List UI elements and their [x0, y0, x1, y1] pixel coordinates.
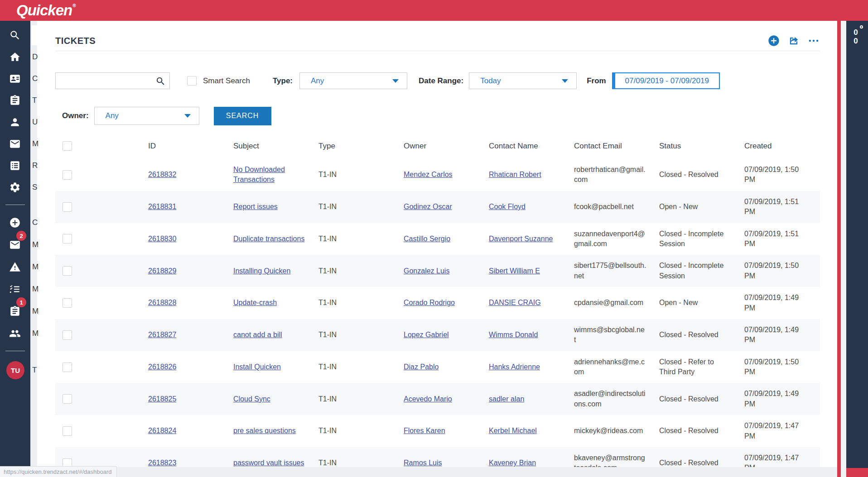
sidebar-item-home[interactable]: D	[0, 46, 30, 68]
sidebar-item-label: M	[32, 139, 39, 148]
table-row: 2618832No Downloaded TransactionsT1-INMe…	[55, 159, 820, 191]
contact-name-link[interactable]: Kaveney Brian	[489, 459, 536, 467]
ellipsis-icon[interactable]	[807, 34, 820, 47]
sidebar-item-label: U	[32, 118, 38, 127]
created-timestamp: 07/09/2019, 1:47 PM	[744, 422, 799, 439]
table-header-row: IDSubjectTypeOwnerContact NameContact Em…	[55, 137, 820, 159]
owner-link[interactable]: Acevedo Mario	[404, 395, 452, 403]
sidebar-item-label: C	[32, 74, 38, 83]
ticket-id-link[interactable]: 2618831	[148, 203, 176, 210]
sidebar-item-user[interactable]: U	[0, 111, 30, 133]
sidebar-item-report-list[interactable]: R	[0, 155, 30, 176]
filter-bar-2: Owner: Any SEARCH	[55, 107, 820, 125]
contact-email: sibert1775@bellsouth.net	[574, 262, 646, 279]
ticket-subject-link[interactable]: Duplicate transactions	[233, 235, 304, 243]
owner-link[interactable]: Diaz Pablo	[404, 363, 439, 371]
avatar[interactable]: TU	[6, 361, 24, 379]
row-checkbox[interactable]	[63, 426, 72, 436]
sidebar-item-group[interactable]: M	[0, 322, 30, 344]
ticket-subject-link[interactable]: canot add a bill	[233, 331, 282, 339]
owner-link[interactable]: Gonzalez Luis	[404, 267, 449, 275]
date-range-select[interactable]: Today	[469, 72, 577, 89]
row-checkbox[interactable]	[63, 363, 72, 372]
row-checkbox[interactable]	[63, 202, 72, 212]
owner-link[interactable]: Castillo Sergio	[404, 235, 450, 243]
ticket-subject-link[interactable]: Update-crash	[233, 299, 277, 306]
ticket-subject-link[interactable]: pre sales questions	[233, 427, 296, 434]
owner-select[interactable]: Any	[94, 107, 199, 125]
contact-name-link[interactable]: Davenport Suzanne	[489, 235, 553, 243]
smart-search-checkbox[interactable]	[187, 76, 197, 86]
search-icon[interactable]	[155, 76, 166, 86]
ticket-id-link[interactable]: 2618827	[148, 331, 176, 339]
ticket-subject-link[interactable]: Report issues	[233, 203, 278, 210]
select-all-checkbox[interactable]	[63, 141, 72, 151]
plus-circle-icon[interactable]	[767, 34, 780, 47]
scrollbar-track[interactable]	[841, 21, 846, 477]
sidebar-item-label: M	[32, 240, 39, 249]
owner-link[interactable]: Ramos Luis	[404, 459, 442, 467]
ticket-subject-link[interactable]: Install Quicken	[233, 363, 281, 371]
ticket-id-link[interactable]: 2618828	[148, 299, 176, 306]
owner-link[interactable]: Mendez Carlos	[404, 171, 453, 178]
table-row: 2618831Report issuesT1-INGodinez OscarCo…	[55, 191, 820, 223]
sidebar-item-contact-card[interactable]: C	[0, 68, 30, 90]
sidebar-item-warning[interactable]: M	[0, 256, 30, 278]
ticket-status: Closed - Refer to Third Party	[659, 358, 714, 376]
ticket-id-link[interactable]: 2618824	[148, 427, 176, 434]
owner-link[interactable]: Flores Karen	[404, 427, 445, 434]
contact-name-link[interactable]: Cook Floyd	[489, 203, 526, 210]
owner-link[interactable]: Lopez Gabriel	[404, 331, 449, 339]
row-checkbox[interactable]	[63, 298, 72, 308]
ticket-id-link[interactable]: 2618826	[148, 363, 176, 371]
sidebar-item-ticket[interactable]: T	[0, 90, 30, 111]
notification-badge: 1	[16, 297, 26, 307]
panel-header: TICKETS	[55, 21, 820, 51]
sidebar-item-search[interactable]	[0, 24, 30, 46]
ticket-id-link[interactable]: 2618823	[148, 459, 176, 467]
contact-name-link[interactable]: Sibert William E	[489, 267, 540, 275]
row-checkbox[interactable]	[63, 234, 72, 243]
row-checkbox[interactable]	[63, 170, 72, 180]
sidebar-item-ticket[interactable]: 1M	[0, 300, 30, 322]
contact-name-link[interactable]: sadler alan	[489, 395, 524, 403]
ticket-id-link[interactable]: 2618825	[148, 395, 176, 403]
search-input[interactable]	[56, 73, 169, 89]
sidebar-item-checklist[interactable]: M	[0, 278, 30, 300]
contact-name-link[interactable]: Kerbel Michael	[489, 427, 537, 434]
sidebar-divider	[5, 351, 25, 351]
right-rail-panel[interactable]: 00	[846, 0, 868, 477]
sidebar-search-input-stub[interactable]	[32, 25, 38, 45]
contact-name-link[interactable]: DANSIE CRAIG	[489, 299, 541, 306]
created-timestamp: 07/09/2019, 1:50 PM	[744, 358, 799, 376]
table-row: 2618824pre sales questionsT1-INFlores Ka…	[55, 415, 820, 447]
row-checkbox[interactable]	[63, 266, 72, 276]
ticket-id-link[interactable]: 2618829	[148, 267, 176, 275]
sidebar-item-profile[interactable]: TUT	[0, 358, 30, 383]
owner-link[interactable]: Corado Rodrigo	[404, 299, 455, 306]
contact-name-link[interactable]: Hanks Adrienne	[489, 363, 540, 371]
ticket-subject-link[interactable]: password vault issues	[233, 459, 304, 467]
share-export-icon[interactable]	[787, 34, 800, 47]
ticket-subject-link[interactable]: Cloud Sync	[233, 395, 270, 403]
contact-name-link[interactable]: Wimms Donald	[489, 331, 538, 339]
column-header-id: ID	[148, 137, 233, 159]
row-checkbox[interactable]	[63, 394, 72, 404]
column-header-checkbox	[55, 137, 148, 159]
contact-name-link[interactable]: Rhatican Robert	[489, 171, 541, 178]
date-range-input[interactable]: 07/09/2019 - 07/09/2019	[612, 72, 720, 89]
ticket-subject-link[interactable]: Installing Quicken	[233, 267, 290, 275]
sidebar-item-plus-circle[interactable]: C	[0, 211, 30, 234]
owner-link[interactable]: Godinez Oscar	[404, 203, 452, 210]
sidebar-item-mail[interactable]: 2M	[0, 234, 30, 256]
ticket-subject-link[interactable]: No Downloaded Transactions	[233, 166, 285, 183]
row-checkbox[interactable]	[63, 330, 72, 340]
sidebar-item-gear[interactable]: S	[0, 176, 30, 198]
ticket-type: T1-IN	[318, 459, 337, 467]
type-select[interactable]: Any	[299, 72, 407, 89]
ticket-id-link[interactable]: 2618830	[148, 235, 176, 243]
search-button[interactable]: SEARCH	[214, 107, 271, 125]
ticket-id-link[interactable]: 2618832	[148, 171, 176, 178]
sidebar-item-mail[interactable]: M	[0, 133, 30, 155]
quicken-logo[interactable]: Quicken®	[16, 2, 76, 19]
